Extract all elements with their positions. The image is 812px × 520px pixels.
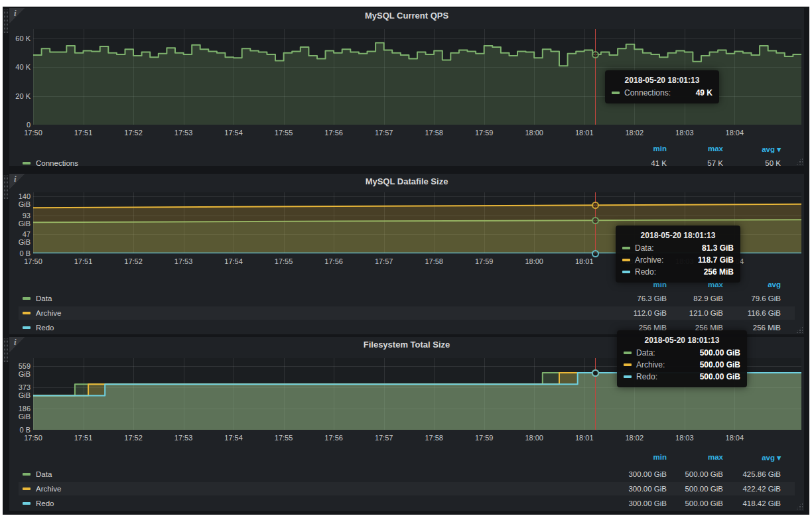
x-axis-tick-label: 17:51 <box>69 257 98 265</box>
panel-title[interactable]: MySQL Datafile Size <box>9 176 804 186</box>
y-axis-tick-label: 373 GiB <box>9 383 31 399</box>
series-color-dash <box>624 352 632 354</box>
legend-row: Archive112.0 GiB121.0 GiB116.6 GiB <box>19 306 795 320</box>
y-axis-tick-label: 140 GiB <box>9 192 31 208</box>
legend-stat-value: 422.42 GiB <box>721 482 781 495</box>
x-axis-tick-label: 18:03 <box>670 434 699 442</box>
legend-stat-value: 300.00 GiB <box>607 497 667 510</box>
x-axis-tick-label: 17:56 <box>319 434 348 442</box>
legend-stat-value: 76.3 GiB <box>607 292 667 305</box>
x-axis-tick-label: 17:51 <box>69 129 98 137</box>
series-color-dash[interactable] <box>23 502 31 505</box>
x-axis-tick-label: 17:56 <box>319 257 348 265</box>
x-axis-tick-label: 18:04 <box>720 129 749 137</box>
series-color-dash[interactable] <box>23 473 31 476</box>
legend-series-name[interactable]: Connections <box>36 157 78 170</box>
tooltip-row: Archive: 500.00 GiB <box>624 360 740 369</box>
legend-stat-value: 116.6 GiB <box>721 306 781 320</box>
legend-stat-value: 50 K <box>721 157 781 170</box>
legend-stat-value: 425.86 GiB <box>721 468 781 481</box>
series-color-dash <box>624 363 632 366</box>
panel-info-icon[interactable]: i <box>9 337 27 354</box>
x-axis-tick-label: 18:01 <box>570 434 599 442</box>
panel-resize-handle[interactable] <box>795 157 803 164</box>
legend-stat-value: 300.00 GiB <box>607 482 667 495</box>
legend-stat-value: 79.6 GiB <box>721 292 781 305</box>
legend-stat-value: 82.9 GiB <box>663 292 723 305</box>
legend-stat-value: 121.0 GiB <box>663 306 723 320</box>
panel-title[interactable]: MySQL Current QPS <box>9 11 804 21</box>
legend-series-name[interactable]: Archive <box>36 306 61 320</box>
x-axis-tick-label: 17:50 <box>19 434 48 442</box>
x-axis-tick-label: 17:55 <box>269 129 299 137</box>
row-drag-handle[interactable] <box>3 338 9 362</box>
x-axis-tick-label: 17:53 <box>169 434 198 442</box>
tooltip-series-value: 500.00 GiB <box>689 348 740 358</box>
x-axis-tick-label: 17:51 <box>69 434 98 442</box>
series-color-dash <box>612 92 620 94</box>
legend-stat-value: 300.00 GiB <box>607 468 667 481</box>
tooltip-row: Data: 500.00 GiB <box>624 348 740 358</box>
panel-info-icon[interactable]: i <box>9 174 27 191</box>
x-axis-tick-label: 18:00 <box>519 129 549 137</box>
row-drag-handle[interactable] <box>3 175 9 199</box>
x-axis-tick-label: 17:57 <box>370 129 399 137</box>
screenshot-frame: i MySQL Current QPS 020 K40 K60 K17:5017… <box>0 0 812 520</box>
tooltip-series-label: Data: <box>635 243 654 253</box>
legend-column-min[interactable]: min <box>607 145 667 153</box>
legend-series-name[interactable]: Redo <box>36 321 54 334</box>
y-axis-tick-label: 47 GiB <box>9 230 31 246</box>
x-axis-tick-label: 17:55 <box>269 434 299 442</box>
x-axis-tick-label: 17:50 <box>19 257 48 265</box>
x-axis-tick-label: 17:59 <box>470 129 499 137</box>
tooltip-qps: 2018-05-20 18:01:13 Connections: 49 K <box>605 70 719 103</box>
series-color-dash[interactable] <box>23 297 31 300</box>
x-axis-tick-label: 17:54 <box>219 129 248 137</box>
legend-series-name[interactable]: Archive <box>36 482 61 495</box>
legend-row: Data76.3 GiB82.9 GiB79.6 GiB <box>19 292 795 305</box>
tooltip-datafile-size: 2018-05-20 18:01:13 Data: 81.3 GiB Archi… <box>616 226 740 283</box>
tooltip-series-label: Archive: <box>635 255 663 265</box>
y-axis-tick-label: 20 K <box>9 92 31 100</box>
x-axis-tick-label: 18:00 <box>519 257 549 265</box>
hover-point-ring <box>592 51 599 58</box>
panel-resize-handle[interactable] <box>795 502 803 509</box>
x-axis-tick-label: 18:01 <box>570 129 599 137</box>
series-color-dash[interactable] <box>23 326 31 329</box>
x-axis-tick-label: 17:56 <box>319 129 348 137</box>
series-color-dash[interactable] <box>23 487 31 490</box>
x-axis-tick-label: 18:01 <box>570 257 599 265</box>
series-color-dash[interactable] <box>23 312 31 314</box>
tooltip-row: Connections: 49 K <box>612 88 712 98</box>
x-axis-tick-label: 17:50 <box>19 129 48 137</box>
legend-series-name[interactable]: Data <box>36 468 52 481</box>
panel-resize-handle[interactable] <box>795 326 803 333</box>
tooltip-row: Redo: 256 MiB <box>622 267 734 277</box>
crosshair-line <box>595 29 596 125</box>
legend-series-name[interactable]: Data <box>36 292 52 305</box>
x-axis-tick-label: 17:54 <box>219 257 248 265</box>
series-color-dash <box>622 247 630 249</box>
x-axis-tick-label: 17:54 <box>219 434 248 442</box>
panel-info-icon[interactable]: i <box>9 8 27 25</box>
legend-series-name[interactable]: Redo <box>36 497 54 510</box>
x-axis-tick-label: 17:58 <box>419 257 448 265</box>
tooltip-row: Archive: 118.7 GiB <box>622 255 734 265</box>
legend-row: Data300.00 GiB500.00 GiB425.86 GiB <box>19 468 795 481</box>
y-axis-tick-label: 559 GiB <box>9 362 31 378</box>
legend-column-min[interactable]: min <box>607 453 667 461</box>
legend-row: Redo300.00 GiB500.00 GiB418.42 GiB <box>19 497 795 510</box>
legend-column-max[interactable]: max <box>663 145 723 153</box>
legend-column-avg-sort[interactable]: avg ▾ <box>721 453 781 462</box>
legend-column-avg-sort[interactable]: avg ▾ <box>721 145 781 154</box>
x-axis-tick-label: 17:59 <box>470 257 499 265</box>
tooltip-series-value: 118.7 GiB <box>687 255 734 265</box>
row-drag-handle[interactable] <box>3 9 9 33</box>
legend-stat-value: 500.00 GiB <box>663 468 723 481</box>
legend-column-max[interactable]: max <box>663 453 723 461</box>
tooltip-series-value: 81.3 GiB <box>691 243 734 253</box>
series-color-dash[interactable] <box>23 162 31 164</box>
y-axis-tick-label: 0 B <box>9 426 31 434</box>
series-color-dash <box>622 259 630 261</box>
x-axis-tick-label: 18:00 <box>519 434 549 442</box>
